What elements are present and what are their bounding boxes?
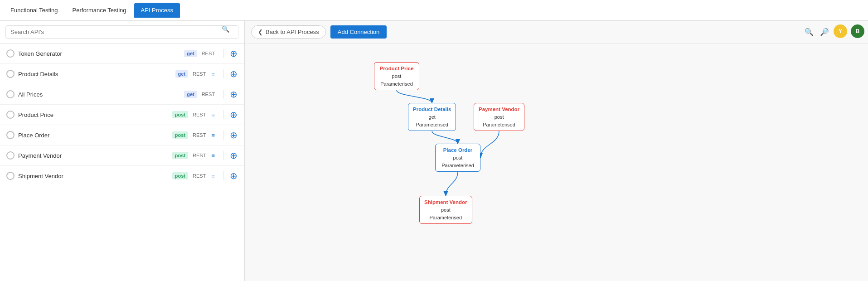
add-api-button-2[interactable]: ⊕	[230, 69, 238, 78]
api-item-4: Product PricepostREST≡⊕	[0, 105, 244, 125]
flow-search-button[interactable]: 🔍	[803, 26, 815, 39]
api-drag-icon	[6, 70, 15, 78]
node-title-place-order: Place Order	[440, 146, 475, 154]
api-item-2: Product DetailsgetREST≡⊕	[0, 64, 244, 84]
tab-performance[interactable]: Performance Testing	[66, 3, 133, 18]
add-api-button-5[interactable]: ⊕	[230, 131, 238, 140]
add-api-button-3[interactable]: ⊕	[230, 90, 238, 99]
rest-label-5: REST	[193, 132, 206, 138]
api-drag-icon	[6, 90, 15, 98]
flow-node-payment-vendor[interactable]: Payment Vendor post Parameterised	[474, 103, 524, 131]
flow-arrow	[432, 131, 458, 144]
right-panel: Y B ❮ Back to API Process Add Connection…	[245, 21, 868, 281]
node-method-product-price: post	[379, 73, 414, 80]
add-api-button-7[interactable]: ⊕	[230, 171, 238, 180]
back-button-label: Back to API Process	[266, 29, 319, 35]
node-method-place-order: post	[440, 154, 475, 162]
list-icon-7: ≡	[211, 173, 215, 179]
method-badge-1: get	[184, 50, 197, 57]
flow-arrows	[245, 46, 868, 281]
divider-1	[223, 49, 223, 58]
avatar-yellow: Y	[834, 24, 847, 38]
add-api-button-4[interactable]: ⊕	[230, 110, 238, 119]
divider-6	[223, 151, 223, 160]
divider-4	[223, 110, 223, 119]
right-header-row: ❮ Back to API Process Add Connection 🔍 🔎…	[245, 21, 868, 44]
back-chevron-icon: ❮	[258, 29, 263, 35]
tab-api[interactable]: API Process	[134, 3, 180, 18]
top-right-corner: Y B	[834, 24, 864, 38]
api-name-5: Place Order	[18, 132, 169, 139]
method-badge-6: post	[172, 152, 188, 159]
node-title-payment-vendor: Payment Vendor	[479, 106, 519, 113]
tab-functional[interactable]: Functional Testing	[4, 3, 65, 18]
rest-label-6: REST	[193, 153, 206, 158]
flow-canvas: Product Price post Parameterised Product…	[245, 46, 868, 281]
api-drag-icon	[6, 172, 15, 180]
divider-3	[223, 90, 223, 99]
api-drag-icon	[6, 131, 15, 139]
method-badge-5: post	[172, 131, 188, 139]
divider-5	[223, 131, 223, 140]
node-title-product-price: Product Price	[379, 65, 414, 73]
api-name-4: Product Price	[18, 111, 169, 118]
rest-label-1: REST	[202, 51, 215, 56]
method-badge-2: get	[175, 70, 189, 78]
search-wrapper: 🔍	[5, 25, 238, 39]
flow-arrow	[480, 131, 499, 158]
api-name-2: Product Details	[18, 71, 172, 78]
flow-node-product-details[interactable]: Product Details get Parameterised	[408, 103, 456, 131]
api-item-3: All PricesgetREST⊕	[0, 84, 244, 105]
list-icon-5: ≡	[211, 132, 215, 139]
left-panel: 🔍 Token GeneratorgetREST⊕Product Details…	[0, 21, 245, 281]
api-name-7: Shipment Vendor	[18, 173, 169, 179]
rest-label-7: REST	[193, 173, 206, 179]
search-input[interactable]	[5, 25, 238, 39]
node-method-shipment-vendor: post	[424, 206, 467, 214]
api-name-6: Payment Vendor	[18, 152, 169, 159]
api-list: Token GeneratorgetREST⊕Product Detailsge…	[0, 44, 244, 281]
add-api-button-1[interactable]: ⊕	[230, 49, 238, 58]
list-icon-4: ≡	[211, 111, 215, 118]
node-type-payment-vendor: Parameterised	[479, 121, 519, 129]
node-type-product-details: Parameterised	[413, 121, 451, 129]
list-icon-2: ≡	[211, 71, 215, 78]
rest-label-2: REST	[193, 71, 206, 77]
api-item-6: Payment VendorpostREST≡⊕	[0, 145, 244, 166]
avatar-green: B	[851, 24, 864, 38]
node-method-payment-vendor: post	[479, 113, 519, 121]
api-item-5: Place OrderpostREST≡⊕	[0, 125, 244, 145]
method-badge-4: post	[172, 111, 188, 118]
api-drag-icon	[6, 111, 15, 119]
api-drag-icon	[6, 49, 15, 58]
node-title-product-details: Product Details	[413, 106, 451, 113]
divider-7	[223, 171, 223, 180]
add-api-button-6[interactable]: ⊕	[230, 151, 238, 160]
flow-node-place-order[interactable]: Place Order post Parameterised	[435, 144, 480, 172]
back-to-api-button[interactable]: ❮ Back to API Process	[251, 25, 326, 39]
node-method-product-details: get	[413, 113, 451, 121]
rest-label-3: REST	[202, 92, 215, 97]
method-badge-7: post	[172, 172, 188, 179]
api-name-1: Token Generator	[18, 50, 180, 57]
flow-arrow	[397, 90, 432, 103]
flow-node-product-price[interactable]: Product Price post Parameterised	[374, 62, 419, 90]
flow-node-shipment-vendor[interactable]: Shipment Vendor post Parameterised	[419, 196, 472, 224]
api-drag-icon	[6, 151, 15, 160]
zoom-button[interactable]: 🔎	[818, 26, 831, 39]
node-type-place-order: Parameterised	[440, 162, 475, 170]
api-item-1: Token GeneratorgetREST⊕	[0, 44, 244, 64]
node-title-shipment-vendor: Shipment Vendor	[424, 199, 467, 206]
method-badge-3: get	[184, 91, 197, 98]
divider-2	[223, 69, 223, 78]
list-icon-6: ≡	[211, 152, 215, 159]
api-name-3: All Prices	[18, 91, 180, 98]
tab-bar: Functional Testing Performance Testing A…	[0, 0, 868, 21]
node-type-shipment-vendor: Parameterised	[424, 214, 467, 222]
main-layout: 🔍 Token GeneratorgetREST⊕Product Details…	[0, 21, 868, 281]
add-connection-button[interactable]: Add Connection	[330, 25, 387, 39]
node-type-product-price: Parameterised	[379, 80, 414, 88]
rest-label-4: REST	[193, 112, 206, 117]
search-bar: 🔍	[0, 21, 244, 44]
api-item-7: Shipment VendorpostREST≡⊕	[0, 166, 244, 186]
